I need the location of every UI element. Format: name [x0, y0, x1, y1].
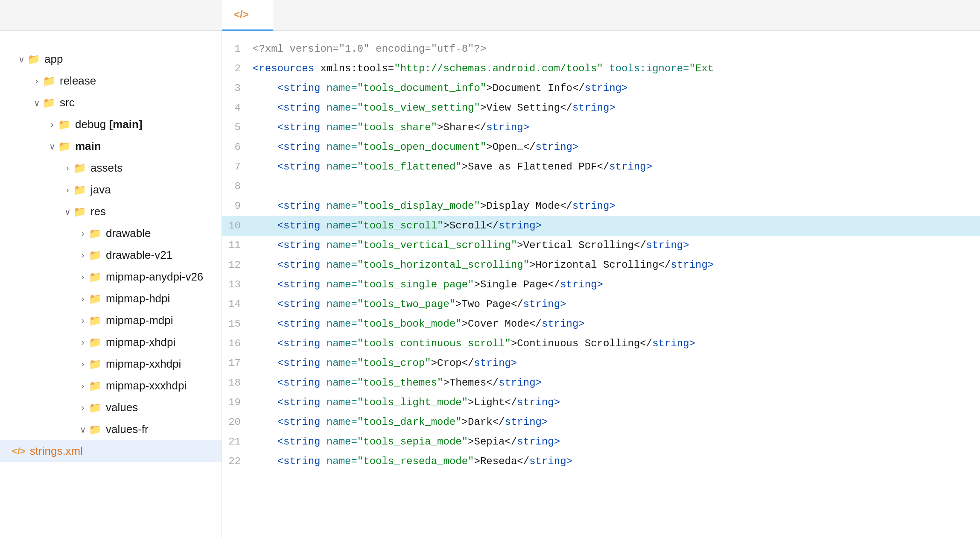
line-number: 17	[222, 354, 253, 373]
line-number: 22	[222, 452, 253, 471]
line-number: 3	[222, 79, 253, 98]
folder-icon: 📁	[89, 315, 102, 327]
sidebar-item-debug[interactable]: ›📁debug [main]	[0, 114, 222, 135]
sidebar-item-java[interactable]: ›📁java	[0, 179, 222, 201]
folder-icon: 📁	[89, 402, 102, 414]
sidebar-item-app[interactable]: ∨📁app	[0, 48, 222, 70]
folder-icon: 📁	[89, 271, 102, 283]
folder-icon: 📁	[89, 228, 102, 240]
chevron-icon: ›	[77, 228, 89, 238]
chevron-icon: ∨	[15, 54, 27, 64]
chevron-icon: ›	[77, 316, 89, 325]
sidebar-item-strings-xml[interactable]: </>strings.xml	[0, 440, 222, 462]
line-number: 4	[222, 98, 253, 118]
code-editor[interactable]: 1<?xml version="1.0" encoding="utf-8"?>2…	[222, 31, 980, 538]
code-line-10: 10 <string name="tools_scroll">Scroll</s…	[222, 216, 980, 236]
tab-strings-xml[interactable]: </>	[222, 0, 273, 31]
folder-icon: 📁	[89, 380, 102, 392]
line-content: <string name="tools_vertical_scrolling">…	[253, 236, 689, 255]
item-label: assets	[90, 161, 122, 175]
line-number: 18	[222, 373, 253, 393]
line-number: 8	[222, 177, 253, 196]
code-line-21: 21 <string name="tools_sepia_mode">Sepia…	[222, 432, 980, 452]
folder-icon: 📁	[73, 184, 86, 196]
code-line-18: 18 <string name="tools_themes">Themes</s…	[222, 373, 980, 393]
code-line-17: 17 <string name="tools_crop">Crop</strin…	[222, 354, 980, 373]
chevron-icon: ›	[77, 359, 89, 369]
code-line-19: 19 <string name="tools_light_mode">Light…	[222, 393, 980, 412]
sidebar-item-mipmap-mdpi[interactable]: ›📁mipmap-mdpi	[0, 310, 222, 331]
sidebar-item-mipmap-xhdpi[interactable]: ›📁mipmap-xhdpi	[0, 331, 222, 353]
sidebar-item-mipmap-anydpi-v26[interactable]: ›📁mipmap-anydpi-v26	[0, 266, 222, 288]
chevron-icon: ∨	[77, 424, 89, 435]
sidebar-item-mipmap-xxhdpi[interactable]: ›📁mipmap-xxhdpi	[0, 353, 222, 375]
sidebar-item-mipmap-xxxhdpi[interactable]: ›📁mipmap-xxxhdpi	[0, 375, 222, 397]
folder-icon: 📁	[89, 336, 102, 348]
sidebar: ∨📁app›📁release∨📁src›📁debug [main]∨📁main›…	[0, 31, 222, 538]
item-label: main	[75, 140, 101, 153]
main-layout: ∨📁app›📁release∨📁src›📁debug [main]∨📁main›…	[0, 31, 980, 538]
folder-icon: 📁	[89, 293, 102, 305]
line-number: 11	[222, 236, 253, 255]
item-label: mipmap-hdpi	[106, 292, 170, 305]
folder-icon: 📁	[27, 53, 40, 65]
folder-icon: 📁	[43, 97, 55, 109]
line-number: 20	[222, 412, 253, 432]
editor-content: 1<?xml version="1.0" encoding="utf-8"?>2…	[222, 39, 980, 471]
line-content: <string name="tools_single_page">Single …	[253, 275, 603, 295]
code-line-22: 22 <string name="tools_reseda_mode">Rese…	[222, 452, 980, 471]
code-line-13: 13 <string name="tools_single_page">Sing…	[222, 275, 980, 295]
chevron-icon: ›	[77, 272, 89, 282]
sidebar-item-values-fr[interactable]: ∨📁values-fr	[0, 418, 222, 440]
line-number: 6	[222, 137, 253, 157]
item-label: app	[44, 53, 63, 66]
folder-icon: 📁	[58, 140, 71, 152]
code-line-5: 5 <string name="tools_share">Share</stri…	[222, 118, 980, 137]
line-number: 13	[222, 275, 253, 295]
line-number: 21	[222, 432, 253, 452]
chevron-icon: ›	[77, 250, 89, 260]
line-number: 7	[222, 157, 253, 177]
sidebar-item-release[interactable]: ›📁release	[0, 70, 222, 92]
xml-file-icon: </>	[234, 9, 249, 20]
sidebar-item-drawable-v21[interactable]: ›📁drawable-v21	[0, 244, 222, 266]
chevron-icon: ›	[31, 76, 43, 86]
line-number: 5	[222, 118, 253, 137]
item-label: mipmap-anydpi-v26	[106, 270, 203, 284]
sidebar-item-main[interactable]: ∨📁main	[0, 135, 222, 157]
sidebar-item-values[interactable]: ›📁values	[0, 397, 222, 418]
item-label: drawable-v21	[106, 249, 172, 262]
item-label: values-fr	[106, 423, 149, 436]
chevron-icon: ›	[77, 337, 89, 347]
line-content: <string name="tools_flattened">Save as F…	[253, 157, 652, 177]
line-content: <string name="tools_display_mode">Displa…	[253, 196, 615, 216]
line-content: <string name="tools_horizontal_scrolling…	[253, 255, 714, 275]
folder-icon: 📁	[89, 358, 102, 370]
chevron-icon: ›	[77, 403, 89, 412]
item-label: mipmap-mdpi	[106, 314, 173, 327]
item-label: debug [main]	[75, 118, 143, 131]
line-number: 14	[222, 295, 253, 314]
code-line-12: 12 <string name="tools_horizontal_scroll…	[222, 255, 980, 275]
code-line-6: 6 <string name="tools_open_document">Ope…	[222, 137, 980, 157]
line-content: <resources xmlns:tools="http://schemas.a…	[253, 59, 714, 79]
folder-icon: 📁	[89, 424, 102, 436]
folder-icon: 📁	[73, 162, 86, 174]
code-line-14: 14 <string name="tools_two_page">Two Pag…	[222, 295, 980, 314]
sidebar-item-src[interactable]: ∨📁src	[0, 92, 222, 114]
chevron-icon: ›	[77, 294, 89, 304]
sidebar-header[interactable]	[0, 31, 222, 48]
line-content: <string name="tools_dark_mode">Dark</str…	[253, 412, 548, 432]
item-label: drawable	[106, 227, 151, 240]
code-line-1: 1<?xml version="1.0" encoding="utf-8"?>	[222, 39, 980, 59]
sidebar-item-assets[interactable]: ›📁assets	[0, 157, 222, 179]
chevron-icon: ›	[61, 163, 73, 173]
sidebar-item-mipmap-hdpi[interactable]: ›📁mipmap-hdpi	[0, 288, 222, 310]
sidebar-item-res[interactable]: ∨📁res	[0, 201, 222, 222]
sidebar-item-drawable[interactable]: ›📁drawable	[0, 222, 222, 244]
item-label: res	[90, 205, 106, 218]
line-number: 12	[222, 255, 253, 275]
line-number: 9	[222, 196, 253, 216]
xml-file-icon: </>	[12, 446, 26, 457]
line-content: <string name="tools_reseda_mode">Reseda<…	[253, 452, 572, 471]
